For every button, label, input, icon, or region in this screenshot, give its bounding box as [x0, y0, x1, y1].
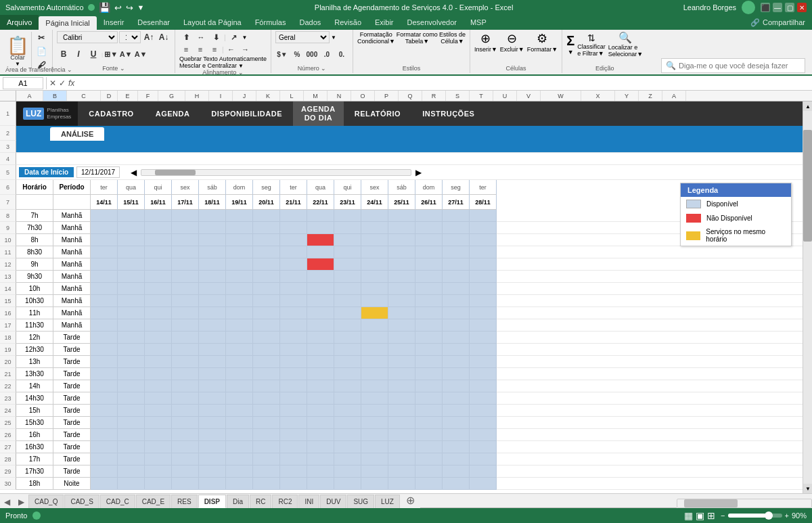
- avail-cell[interactable]: [199, 210, 226, 222]
- avail-cell[interactable]: [226, 319, 253, 332]
- avail-cell[interactable]: [118, 295, 145, 307]
- col-F[interactable]: F: [138, 91, 158, 101]
- cancel-icon[interactable]: ✕: [49, 78, 56, 88]
- avail-cell[interactable]: [361, 368, 388, 380]
- avail-cell[interactable]: [199, 441, 226, 453]
- next-date-btn[interactable]: ▶: [413, 168, 424, 177]
- format-cells-btn[interactable]: ⚙ Formatar▼: [527, 31, 558, 53]
- sheet-tab-rc2[interactable]: RC2: [272, 495, 298, 508]
- avail-cell[interactable]: [388, 441, 415, 453]
- avail-cell[interactable]: [388, 283, 415, 295]
- avail-cell[interactable]: [118, 307, 145, 319]
- avail-cell[interactable]: [118, 234, 145, 246]
- avail-cell[interactable]: [470, 429, 497, 441]
- avail-cell[interactable]: [280, 210, 307, 222]
- avail-cell[interactable]: [361, 295, 388, 307]
- avail-cell[interactable]: [172, 429, 199, 441]
- avail-cell[interactable]: [118, 332, 145, 344]
- avail-cell[interactable]: [307, 478, 334, 490]
- col-H[interactable]: H: [185, 91, 209, 101]
- avail-cell[interactable]: [443, 258, 470, 271]
- avail-cell[interactable]: [443, 380, 470, 392]
- avail-cell[interactable]: [280, 429, 307, 441]
- page-layout-btn[interactable]: ▣: [696, 510, 704, 521]
- formula-icon[interactable]: fx: [68, 78, 74, 88]
- tab-desenhar[interactable]: Desenhar: [131, 15, 177, 30]
- avail-cell[interactable]: [118, 246, 145, 258]
- avail-cell[interactable]: [199, 344, 226, 356]
- avail-cell[interactable]: [361, 271, 388, 283]
- avail-cell[interactable]: [334, 465, 361, 478]
- avail-cell[interactable]: [307, 271, 334, 283]
- avail-cell[interactable]: [307, 234, 334, 246]
- avail-cell[interactable]: [226, 344, 253, 356]
- avail-cell[interactable]: [443, 222, 470, 234]
- avail-cell[interactable]: [280, 405, 307, 417]
- avail-cell[interactable]: [253, 429, 280, 441]
- redo-icon[interactable]: ↪: [126, 3, 133, 13]
- avail-cell[interactable]: [91, 307, 118, 319]
- avail-cell[interactable]: [226, 307, 253, 319]
- avail-cell[interactable]: [118, 222, 145, 234]
- avail-cell[interactable]: [280, 271, 307, 283]
- search-input[interactable]: [679, 62, 800, 70]
- avail-cell[interactable]: [415, 210, 443, 222]
- avail-cell[interactable]: [253, 283, 280, 295]
- avail-cell[interactable]: [172, 478, 199, 490]
- avail-cell[interactable]: [145, 417, 172, 429]
- avail-cell[interactable]: [172, 332, 199, 344]
- font-size-select[interactable]: 11: [119, 31, 141, 43]
- col-U[interactable]: U: [493, 91, 517, 101]
- avail-cell[interactable]: [280, 356, 307, 368]
- avail-cell[interactable]: [118, 380, 145, 392]
- avail-cell[interactable]: [172, 380, 199, 392]
- find-select-btn[interactable]: 🔍 Localizar eSelecionar▼: [608, 31, 643, 58]
- avail-cell[interactable]: [118, 392, 145, 405]
- avail-cell[interactable]: [172, 417, 199, 429]
- avail-cell[interactable]: [334, 380, 361, 392]
- avail-cell[interactable]: [199, 307, 226, 319]
- avail-cell[interactable]: [470, 258, 497, 271]
- fill-color-btn[interactable]: A▼: [119, 48, 133, 60]
- align-center-btn[interactable]: ≡: [194, 43, 207, 55]
- avail-cell[interactable]: [91, 405, 118, 417]
- avail-cell[interactable]: [307, 429, 334, 441]
- avail-cell[interactable]: [118, 271, 145, 283]
- avail-cell[interactable]: [91, 392, 118, 405]
- avail-cell[interactable]: [470, 246, 497, 258]
- avail-cell[interactable]: [388, 344, 415, 356]
- avail-cell[interactable]: [388, 465, 415, 478]
- avail-cell[interactable]: [145, 429, 172, 441]
- tab-desenvolvedor[interactable]: Desenvolvedor: [401, 15, 464, 30]
- avail-cell[interactable]: [253, 234, 280, 246]
- col-Z[interactable]: Z: [639, 91, 662, 101]
- col-D[interactable]: D: [101, 91, 118, 101]
- avail-cell[interactable]: [226, 380, 253, 392]
- col-K[interactable]: K: [256, 91, 280, 101]
- avail-cell[interactable]: [415, 465, 443, 478]
- avail-cell[interactable]: [91, 283, 118, 295]
- avail-cell[interactable]: [199, 478, 226, 490]
- align-bottom-btn[interactable]: ⬇: [209, 31, 223, 43]
- avail-cell[interactable]: [172, 356, 199, 368]
- avail-cell[interactable]: [470, 441, 497, 453]
- col-B[interactable]: B: [43, 91, 67, 101]
- avail-cell[interactable]: [334, 332, 361, 344]
- avail-cell[interactable]: [307, 368, 334, 380]
- avail-cell[interactable]: [91, 271, 118, 283]
- avail-cell[interactable]: [172, 453, 199, 465]
- avail-cell[interactable]: [415, 380, 443, 392]
- avail-cell[interactable]: [91, 258, 118, 271]
- scroll-up-btn[interactable]: ▲: [803, 101, 812, 111]
- avail-cell[interactable]: [145, 405, 172, 417]
- avail-cell[interactable]: [470, 368, 497, 380]
- cell-reference-box[interactable]: A1: [3, 77, 43, 89]
- avail-cell[interactable]: [118, 258, 145, 271]
- avail-cell[interactable]: [443, 210, 470, 222]
- avail-cell[interactable]: [415, 478, 443, 490]
- avail-cell[interactable]: [443, 307, 470, 319]
- delete-cells-btn[interactable]: ⊖ Excluir▼: [500, 31, 524, 53]
- avail-cell[interactable]: [361, 307, 388, 319]
- tab-exibir[interactable]: Exibir: [368, 15, 401, 30]
- avail-cell[interactable]: [334, 295, 361, 307]
